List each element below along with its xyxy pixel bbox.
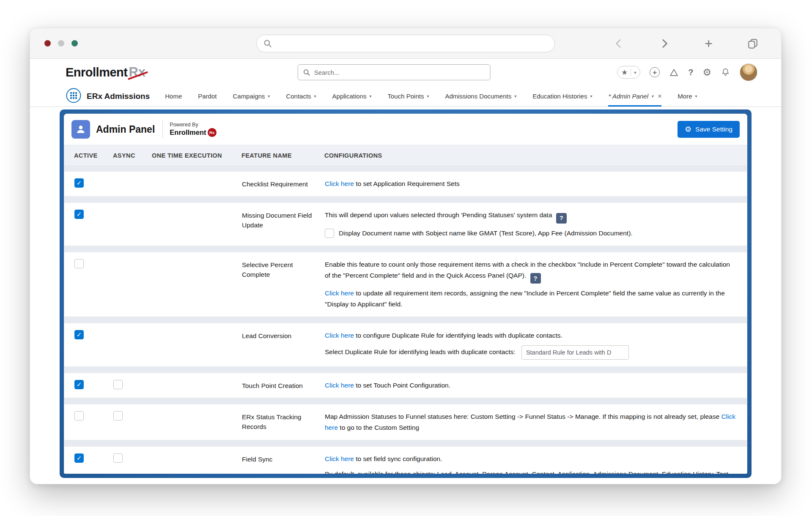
chevron-down-icon[interactable]: ▾ [314, 94, 316, 98]
active-checkbox[interactable]: ✓ [74, 178, 84, 188]
config-text: Map Admission Statuses to Funnel statuse… [325, 413, 721, 420]
config-link[interactable]: Click here [325, 289, 354, 297]
config-line: Display Document name with Sobject name … [325, 228, 737, 239]
column-header-async: ASYNC [113, 152, 152, 159]
admin-panel-content: Admin Panel Powered By Enrollment Rx ⚙ S… [64, 114, 747, 474]
config-link[interactable]: Click here [325, 382, 354, 389]
config-text: Display Document name with Sobject name … [339, 229, 633, 237]
config-link[interactable]: Click here [325, 332, 354, 339]
config-checkbox[interactable] [325, 229, 334, 238]
favorites-control[interactable]: ★ ▾ [617, 66, 640, 79]
save-setting-label: Save Setting [695, 126, 732, 133]
chevron-down-icon[interactable]: ▾ [590, 94, 592, 98]
search-icon [303, 69, 310, 76]
chevron-down-icon[interactable]: ▾ [427, 94, 429, 98]
table-row: ✓Checklist RequirementClick here to set … [64, 171, 747, 197]
tab-label: Contacts [286, 93, 311, 100]
back-icon[interactable] [613, 38, 624, 49]
admin-panel-frame: Admin Panel Powered By Enrollment Rx ⚙ S… [60, 109, 752, 478]
zoom-window-button[interactable] [71, 40, 78, 46]
enrollment-rx-logo: Enrollment Rx [66, 65, 145, 80]
logo-rx-mark: Rx [129, 65, 145, 80]
tab-more[interactable]: More▾ [678, 86, 697, 106]
close-window-button[interactable] [44, 40, 51, 46]
minimize-window-button[interactable] [58, 40, 64, 46]
help-icon[interactable]: ? [688, 68, 693, 77]
divider [631, 68, 631, 76]
forward-icon[interactable] [659, 38, 670, 49]
column-header-one-time: ONE TIME EXECUTION [152, 152, 241, 159]
rx-badge-icon: Rx [208, 128, 217, 137]
logo-text: Enrollment [66, 66, 127, 79]
tab-overview-icon[interactable] [747, 38, 758, 49]
tab-touch-points[interactable]: Touch Points▾ [388, 86, 429, 106]
config-link[interactable]: Click here [325, 180, 354, 187]
guidance-center-icon[interactable] [669, 68, 679, 77]
config-text: to set field sync configuration. [354, 455, 442, 462]
close-tab-icon[interactable]: × [658, 93, 661, 100]
active-checkbox[interactable]: ✓ [74, 453, 84, 463]
app-launcher: ERx Admissions [66, 86, 150, 106]
app-icon[interactable] [66, 87, 82, 105]
chevron-down-icon[interactable]: ▾ [514, 94, 516, 98]
duplicate-rule-input[interactable] [521, 345, 629, 360]
global-actions-plus-icon[interactable]: + [650, 67, 660, 77]
global-search-input[interactable] [314, 69, 485, 76]
async-checkbox[interactable] [113, 380, 123, 389]
help-icon[interactable]: ? [530, 273, 541, 284]
feature-name: ERx Status Tracking Records [242, 411, 325, 431]
table-row: ✓Touch Point CreationClick here to set T… [64, 373, 747, 398]
tab-applications[interactable]: Applications▾ [332, 86, 372, 106]
config-text: This will depend upon values selected th… [325, 211, 554, 218]
page-title: Admin Panel [96, 124, 155, 135]
tab-admin-panel[interactable]: * Admin Panel▾× [608, 86, 661, 106]
tab-home[interactable]: Home [165, 86, 182, 106]
powered-by-brand-text: Enrollment [170, 128, 206, 137]
config-text: to configure Duplicate Rule for identify… [354, 332, 562, 339]
config-line: By default, available for these objects:… [325, 469, 737, 474]
setup-gear-icon[interactable]: ⚙ [702, 67, 711, 78]
active-checkbox[interactable] [74, 411, 84, 420]
config-text: By default, available for these objects:… [325, 470, 728, 474]
browser-address-bar[interactable] [256, 35, 555, 52]
active-checkbox[interactable]: ✓ [74, 380, 84, 389]
help-icon[interactable]: ? [556, 213, 567, 224]
config-text: to set Touch Point Configuration. [354, 382, 450, 389]
save-setting-button[interactable]: ⚙ Save Setting [678, 121, 740, 138]
active-checkbox[interactable] [74, 259, 84, 268]
column-header-feature: FEATURE NAME [241, 152, 324, 159]
config-line: This will depend upon values selected th… [325, 210, 737, 224]
tab-education-histories[interactable]: Education Histories▾ [532, 86, 592, 106]
async-checkbox[interactable] [113, 453, 123, 463]
favorites-star-icon[interactable]: ★ [621, 69, 628, 76]
tab-campaigns[interactable]: Campaigns▾ [233, 86, 270, 106]
feature-rows: ✓Checklist RequirementClick here to set … [64, 166, 747, 474]
async-checkbox[interactable] [113, 411, 123, 420]
active-checkbox[interactable]: ✓ [74, 330, 84, 339]
tab-admissions-documents[interactable]: Admissions Documents▾ [445, 86, 516, 106]
panel-header: Admin Panel Powered By Enrollment Rx ⚙ S… [64, 114, 747, 145]
tab-pardot[interactable]: Pardot [198, 86, 217, 106]
chevron-down-icon[interactable]: ▾ [268, 94, 270, 98]
table-row: ERx Status Tracking RecordsMap Admission… [64, 404, 747, 440]
config-line: Select Duplicate Rule for identifying le… [325, 345, 737, 360]
active-checkbox[interactable]: ✓ [74, 210, 84, 219]
header-icons: ★ ▾ + ? ⚙ [617, 63, 757, 81]
table-row: Selective Percent CompleteEnable this fe… [64, 252, 747, 317]
tab-label: Admissions Documents [445, 93, 511, 100]
chevron-down-icon[interactable]: ▾ [651, 94, 653, 98]
column-header-config: CONFIGURATIONS [324, 152, 737, 159]
chevron-down-icon[interactable]: ▾ [695, 94, 697, 98]
favorites-caret-icon[interactable]: ▾ [634, 70, 636, 75]
page-body: Admin Panel Powered By Enrollment Rx ⚙ S… [30, 107, 781, 484]
tab-contacts[interactable]: Contacts▾ [286, 86, 316, 106]
user-avatar[interactable] [740, 63, 757, 81]
table-row: ✓Lead ConversionClick here to configure … [64, 323, 747, 367]
chevron-down-icon[interactable]: ▾ [369, 94, 371, 98]
new-tab-icon[interactable]: + [705, 37, 713, 50]
notifications-bell-icon[interactable] [721, 68, 730, 77]
tab-label: Education Histories [532, 93, 587, 100]
address-input[interactable] [276, 40, 548, 47]
global-search[interactable] [298, 64, 491, 80]
config-link[interactable]: Click here [325, 455, 354, 462]
